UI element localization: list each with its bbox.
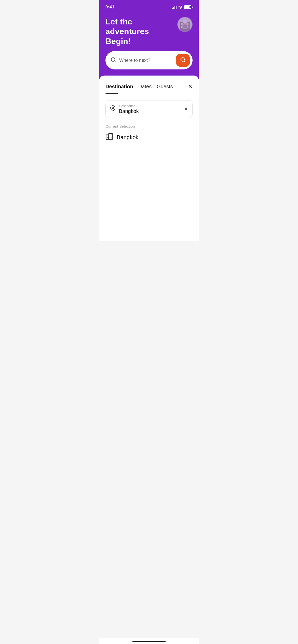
- clear-destination-button[interactable]: ✕: [184, 106, 188, 112]
- header: Let the adventures Begin!: [99, 13, 199, 79]
- tab-guests[interactable]: Guests: [157, 84, 178, 94]
- search-icon-left: [111, 57, 116, 64]
- city-icon: [105, 133, 113, 142]
- svg-line-13: [184, 61, 185, 62]
- search-placeholder[interactable]: Where to next?: [119, 58, 173, 63]
- search-bar-container: Where to next?: [105, 51, 193, 69]
- search-bar[interactable]: Where to next?: [105, 51, 193, 69]
- avatar[interactable]: [177, 17, 193, 32]
- svg-rect-16: [109, 134, 113, 140]
- current-selection-section: Current Selection Bangkok: [99, 124, 199, 142]
- destination-label: Destination: [119, 104, 181, 108]
- search-button-icon: [180, 57, 186, 64]
- pin-icon: [110, 105, 116, 113]
- main-content: Destination Dates Guests ✕ Destination B…: [99, 76, 199, 241]
- tab-destination[interactable]: Destination: [105, 84, 138, 94]
- tabs-divider: [105, 94, 193, 94]
- selection-item[interactable]: Bangkok: [105, 133, 193, 142]
- destination-value: Bangkok: [119, 108, 181, 114]
- header-title: Let the adventures Begin!: [105, 17, 172, 46]
- wifi-icon: [178, 5, 183, 9]
- tabs-container: Destination Dates Guests ✕: [99, 76, 199, 94]
- search-button[interactable]: [176, 54, 190, 67]
- header-top: Let the adventures Begin!: [105, 17, 193, 46]
- battery-icon: [184, 5, 193, 9]
- svg-point-14: [112, 107, 114, 109]
- input-content: Destination Bangkok: [119, 104, 181, 114]
- signal-icon: [172, 5, 177, 9]
- selected-city-name: Bangkok: [117, 134, 139, 141]
- destination-input-box[interactable]: Destination Bangkok ✕: [105, 100, 193, 118]
- close-tabs-button[interactable]: ✕: [188, 83, 193, 94]
- svg-point-8: [183, 19, 187, 24]
- svg-line-11: [114, 61, 115, 62]
- destination-input-container: Destination Bangkok ✕: [99, 100, 199, 118]
- status-time: 9:41: [105, 5, 114, 10]
- tabs: Destination Dates Guests ✕: [105, 83, 193, 94]
- tab-dates[interactable]: Dates: [138, 84, 157, 94]
- status-icons: [172, 5, 193, 9]
- status-bar: 9:41: [99, 0, 199, 13]
- current-selection-label: Current Selection: [105, 124, 193, 128]
